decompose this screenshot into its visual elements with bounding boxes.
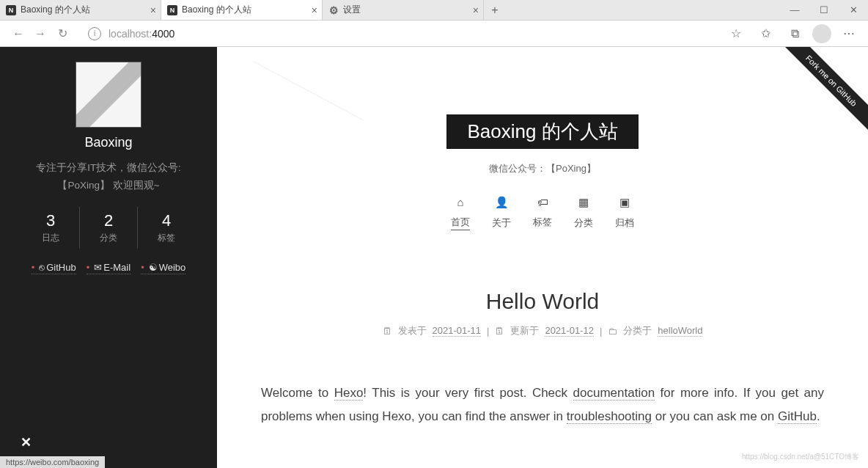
post-category[interactable]: helloWorld — [658, 325, 702, 337]
updated-prefix: 更新于 — [510, 324, 539, 337]
watermark: https://blog.csdn.net/a@51CTO博客 — [742, 452, 859, 462]
url-host: localhost: — [108, 28, 152, 40]
site-header: Baoxing 的个人站 微信公众号：【PoXing】 ⌂首页 👤关于 🏷标签 … — [217, 47, 868, 230]
site-title: Baoxing 的个人站 — [446, 114, 638, 149]
main-content: Fork me on GitHub Baoxing 的个人站 微信公众号：【Po… — [217, 47, 868, 468]
sidebar-close-icon[interactable]: ✕ — [21, 434, 32, 450]
refresh-button[interactable]: ↻ — [51, 23, 73, 45]
grid-icon: ▦ — [574, 196, 593, 209]
status-bar: https://weibo.com/baoxing — [0, 456, 105, 468]
post-title[interactable]: Hello World — [261, 289, 824, 314]
stat-tags[interactable]: 4 标签 — [138, 207, 195, 249]
close-icon[interactable]: × — [312, 4, 317, 16]
gear-icon: ⚙ — [328, 5, 339, 15]
close-icon[interactable]: × — [150, 4, 156, 16]
favorite-icon[interactable]: ☆ — [724, 22, 748, 45]
folder-icon: 🗀 — [608, 326, 617, 337]
maximize-button[interactable]: ☐ — [809, 0, 839, 21]
author-name: Baoxing — [7, 135, 210, 150]
sidebar: Baoxing 专注于分享IT技术，微信公众号:【PoXing】 欢迎围观~ 3… — [0, 47, 217, 468]
info-icon[interactable]: i — [88, 27, 101, 40]
weibo-link[interactable]: ☯Weibo — [141, 262, 185, 274]
documentation-link[interactable]: documentation — [573, 386, 655, 401]
avatar[interactable] — [76, 62, 141, 128]
tab-title: Baoxing 的个人站 — [182, 4, 251, 16]
stat-num: 4 — [138, 211, 195, 230]
nav-menu: ⌂首页 👤关于 🏷标签 ▦分类 ▣归档 — [217, 196, 868, 230]
address-bar: ← → ↻ i localhost:4000 ☆ ✩ ⧉ ⋯ — [0, 21, 868, 47]
window-controls: — ☐ ✕ — [780, 0, 868, 21]
nav-about[interactable]: 👤关于 — [492, 196, 511, 230]
tab-title: 设置 — [343, 4, 361, 16]
forward-button[interactable]: → — [29, 23, 51, 45]
collections-icon[interactable]: ⧉ — [783, 22, 806, 45]
tab-title: Baoxing 的个人站 — [21, 4, 90, 16]
github-link[interactable]: ⎋GitHub — [32, 262, 76, 274]
calendar-icon: 🗓 — [383, 326, 392, 337]
site-icon: N — [6, 5, 16, 15]
stat-num: 2 — [80, 211, 137, 230]
browser-tab-bar: N Baoxing 的个人站 × N Baoxing 的个人站 × ⚙ 设置 ×… — [0, 0, 868, 21]
tag-icon: 🏷 — [533, 196, 552, 208]
stat-label: 标签 — [138, 232, 195, 244]
social-links: ⎋GitHub ✉E-Mail ☯Weibo — [7, 262, 210, 274]
post: Hello World 🗓 发表于 2021-01-11 | 🗓 更新于 202… — [217, 289, 868, 429]
category-prefix: 分类于 — [623, 324, 652, 337]
site-subtitle: 微信公众号：【PoXing】 — [217, 162, 868, 175]
tab-2[interactable]: ⚙ 设置 × — [323, 0, 484, 20]
user-icon: 👤 — [492, 196, 511, 209]
posted-prefix: 发表于 — [398, 324, 427, 337]
troubleshooting-link[interactable]: troubleshooting — [567, 409, 652, 424]
stat-label: 分类 — [80, 232, 137, 244]
updated-date: 2021-01-12 — [545, 325, 594, 337]
favorites-bar-icon[interactable]: ✩ — [754, 22, 777, 45]
github-link[interactable]: GitHub — [778, 409, 817, 424]
github-icon: ⎋ — [39, 262, 45, 273]
post-body: Welcome to Hexo! This is your very first… — [261, 381, 824, 429]
profile-icon[interactable] — [812, 24, 831, 43]
address-actions: ☆ ✩ ⧉ ⋯ — [724, 22, 861, 45]
stat-num: 3 — [22, 211, 79, 230]
stat-posts[interactable]: 3 日志 — [22, 207, 80, 249]
tab-1[interactable]: N Baoxing 的个人站 × — [161, 0, 323, 20]
post-meta: 🗓 发表于 2021-01-11 | 🗓 更新于 2021-01-12 | 🗀 … — [261, 324, 824, 337]
archive-icon: ▣ — [615, 196, 634, 209]
url-port: 4000 — [152, 28, 174, 40]
nav-categories[interactable]: ▦分类 — [574, 196, 593, 230]
tab-0[interactable]: N Baoxing 的个人站 × — [0, 0, 161, 20]
tab-strip: N Baoxing 的个人站 × N Baoxing 的个人站 × ⚙ 设置 ×… — [0, 0, 780, 20]
menu-icon[interactable]: ⋯ — [837, 22, 861, 45]
back-button[interactable]: ← — [7, 23, 29, 45]
nav-home[interactable]: ⌂首页 — [451, 196, 470, 230]
stats-row: 3 日志 2 分类 4 标签 — [22, 207, 195, 249]
email-link[interactable]: ✉E-Mail — [87, 262, 130, 274]
posted-date: 2021-01-11 — [433, 325, 482, 337]
mail-icon: ✉ — [94, 262, 102, 273]
site-icon: N — [167, 5, 177, 15]
url-input[interactable]: i localhost:4000 — [88, 27, 724, 40]
new-tab-button[interactable]: + — [484, 0, 506, 20]
close-button[interactable]: ✕ — [839, 0, 868, 21]
page-content: Baoxing 专注于分享IT技术，微信公众号:【PoXing】 欢迎围观~ 3… — [0, 47, 868, 468]
hexo-link[interactable]: Hexo — [334, 386, 364, 401]
stat-label: 日志 — [22, 232, 79, 244]
home-icon: ⌂ — [451, 196, 470, 208]
close-icon[interactable]: × — [473, 4, 479, 16]
nav-archive[interactable]: ▣归档 — [615, 196, 634, 230]
minimize-button[interactable]: — — [780, 0, 809, 21]
stat-categories[interactable]: 2 分类 — [80, 207, 138, 249]
weibo-icon: ☯ — [149, 262, 158, 273]
calendar-check-icon: 🗓 — [495, 326, 504, 337]
author-description: 专注于分享IT技术，微信公众号:【PoXing】 欢迎围观~ — [7, 159, 210, 195]
nav-tags[interactable]: 🏷标签 — [533, 196, 552, 230]
